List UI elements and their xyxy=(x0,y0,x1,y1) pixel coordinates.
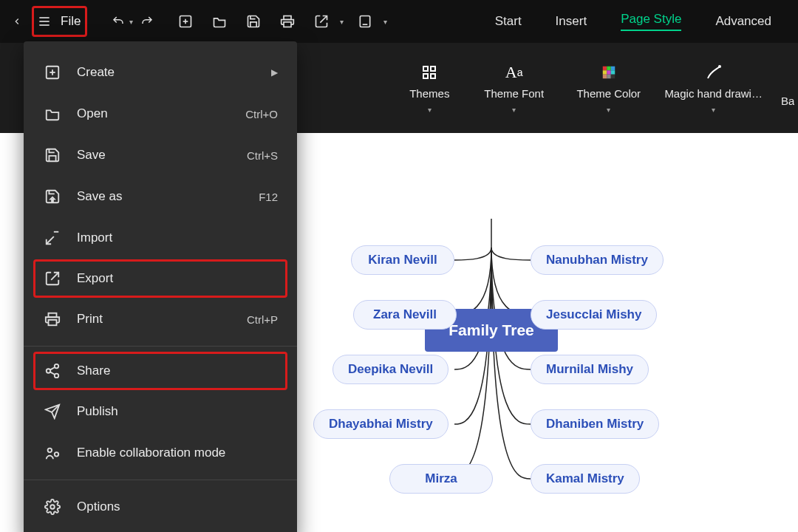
mindmap-node-left-3[interactable]: Dhayabhai Mistry xyxy=(313,409,449,439)
chevron-down-icon: ▾ xyxy=(712,106,715,114)
ribbon-overflow[interactable]: Ba xyxy=(777,69,798,107)
page-setup-button[interactable] xyxy=(352,9,378,34)
wand-icon xyxy=(705,64,723,81)
menu-collab-label: Enable collaboration mode xyxy=(77,446,225,460)
top-toolbar: File ▾ xyxy=(0,0,798,43)
svg-rect-11 xyxy=(431,66,435,71)
menu-collab[interactable]: Enable collaboration mode xyxy=(24,432,297,474)
menu-save-label: Save xyxy=(77,148,106,163)
gear-icon xyxy=(44,499,61,515)
ribbon-themes-label: Themes xyxy=(409,87,449,100)
page-more-icon[interactable]: ▾ xyxy=(383,18,387,26)
import-icon xyxy=(44,230,61,246)
chevron-left-icon xyxy=(12,16,22,27)
chevron-down-icon: ▾ xyxy=(428,106,432,114)
mindmap-node-right-0[interactable]: Nanubhan Mistry xyxy=(531,245,664,275)
ribbon-magic-hand[interactable]: Magic hand drawi… ▾ xyxy=(663,62,765,114)
menu-separator xyxy=(24,480,297,480)
svg-point-31 xyxy=(47,369,51,373)
menu-create[interactable]: Create ▶ xyxy=(24,52,297,93)
ribbon-theme-font-label: Theme Font xyxy=(484,87,544,100)
plus-square-icon xyxy=(178,14,193,29)
ribbon-theme-font[interactable]: Aa Theme Font ▾ xyxy=(474,62,555,114)
new-button[interactable] xyxy=(173,9,198,34)
back-button[interactable] xyxy=(4,9,30,34)
mindmap-node-right-1[interactable]: Jesucclai Mishy xyxy=(531,300,657,330)
svg-point-32 xyxy=(55,374,59,378)
save-icon xyxy=(44,147,61,163)
redo-button[interactable] xyxy=(134,9,160,34)
collaboration-icon xyxy=(44,445,61,461)
publish-icon xyxy=(44,403,61,420)
export-toolbar-button[interactable] xyxy=(309,9,334,34)
menu-export[interactable]: Export xyxy=(34,260,287,297)
tab-start[interactable]: Start xyxy=(495,14,522,29)
open-button[interactable] xyxy=(207,9,232,34)
ribbon-theme-color[interactable]: Theme Color ▾ xyxy=(568,62,649,114)
save-button[interactable] xyxy=(241,9,266,34)
ribbon-overflow-label: Ba xyxy=(781,95,794,107)
hamburger-icon xyxy=(37,14,52,29)
export-more-icon[interactable]: ▾ xyxy=(340,18,344,26)
color-grid-icon xyxy=(601,64,617,81)
print-button[interactable] xyxy=(275,9,300,34)
mindmap-node-left-0[interactable]: Kiran Nevill xyxy=(351,245,454,275)
menu-save[interactable]: Save Ctrl+S xyxy=(24,134,297,176)
menu-open-label: Open xyxy=(77,106,108,121)
folder-icon xyxy=(212,14,227,29)
svg-line-34 xyxy=(50,372,55,375)
mindmap-node-right-4[interactable]: Kamal Mistry xyxy=(531,464,640,494)
menu-print[interactable]: Print Ctrl+P xyxy=(24,299,297,340)
menu-open-shortcut: Ctrl+O xyxy=(245,108,278,120)
menu-publish[interactable]: Publish xyxy=(24,391,297,432)
svg-point-36 xyxy=(55,452,59,457)
svg-rect-8 xyxy=(361,16,370,27)
ribbon-themes[interactable]: Themes ▾ xyxy=(399,62,460,114)
mindmap-node-left-2[interactable]: Deepika Nevill xyxy=(332,355,449,384)
menu-share[interactable]: Share xyxy=(34,352,287,389)
mindmap-node-right-2[interactable]: Murnilal Mishy xyxy=(531,355,649,384)
menu-options[interactable]: Options xyxy=(24,486,297,528)
menu-publish-label: Publish xyxy=(77,404,118,419)
tab-insert[interactable]: Insert xyxy=(556,14,587,29)
svg-rect-16 xyxy=(611,66,615,71)
redo-icon xyxy=(140,15,154,28)
themes-icon xyxy=(420,64,438,81)
svg-point-37 xyxy=(50,505,55,509)
menu-save-as-label: Save as xyxy=(77,189,122,204)
menu-share-label: Share xyxy=(77,364,110,378)
svg-rect-28 xyxy=(49,320,57,325)
menu-save-shortcut: Ctrl+S xyxy=(247,149,278,162)
page-icon xyxy=(358,14,372,29)
svg-rect-13 xyxy=(431,74,435,78)
tab-advanced[interactable]: Advanced xyxy=(715,14,771,29)
file-menu-button[interactable]: File xyxy=(33,7,86,36)
menu-export-label: Export xyxy=(77,271,113,286)
plus-square-icon xyxy=(44,64,61,81)
tab-page-style[interactable]: Page Style xyxy=(621,12,681,31)
svg-rect-17 xyxy=(603,70,607,75)
svg-rect-15 xyxy=(607,66,611,71)
svg-rect-29 xyxy=(49,313,57,318)
export-icon xyxy=(44,270,61,287)
save-as-icon xyxy=(44,188,61,205)
mindmap-node-left-4[interactable]: Mirza xyxy=(389,464,493,494)
menu-print-shortcut: Ctrl+P xyxy=(247,313,278,326)
svg-line-33 xyxy=(50,367,55,370)
svg-rect-12 xyxy=(423,74,428,78)
menu-save-as[interactable]: Save as F12 xyxy=(24,176,297,217)
svg-rect-7 xyxy=(284,16,291,20)
menu-print-label: Print xyxy=(77,312,103,327)
mindmap-node-right-3[interactable]: Dhaniben Mistry xyxy=(531,409,659,439)
mindmap-node-left-1[interactable]: Zara Nevill xyxy=(353,300,457,330)
menu-options-label: Options xyxy=(77,499,120,514)
file-dropdown-menu: Create ▶ Open Ctrl+O Save Ctrl+S Save as… xyxy=(24,41,297,532)
menu-import[interactable]: Import xyxy=(24,217,297,259)
chevron-down-icon: ▾ xyxy=(512,106,516,114)
svg-point-30 xyxy=(55,364,59,369)
menu-open[interactable]: Open Ctrl+O xyxy=(24,93,297,134)
undo-more-icon[interactable]: ▾ xyxy=(129,18,133,26)
ribbon-magic-label: Magic hand drawi… xyxy=(664,87,763,100)
svg-rect-21 xyxy=(607,75,611,79)
undo-button[interactable] xyxy=(106,9,131,34)
